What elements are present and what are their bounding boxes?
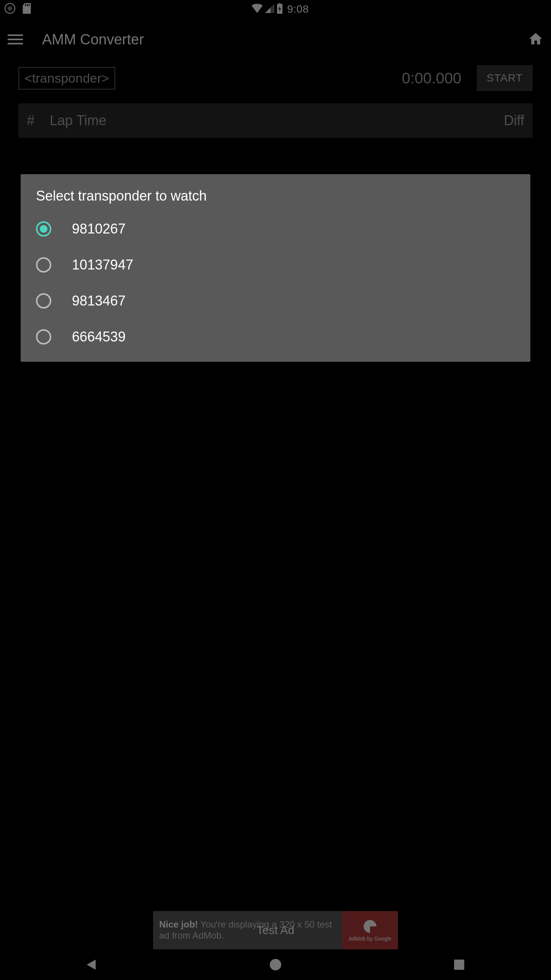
transponder-dialog: Select transponder to watch 9810267 1013…: [21, 174, 313, 362]
transponder-option-0[interactable]: 9810267: [21, 211, 313, 247]
radio-icon: [36, 293, 51, 309]
option-label: 9810267: [72, 221, 126, 237]
radio-icon: [36, 257, 51, 273]
transponder-option-2[interactable]: 9813467: [21, 283, 313, 319]
dialog-title: Select transponder to watch: [21, 188, 313, 211]
transponder-option-3[interactable]: 6664539: [21, 319, 313, 355]
radio-icon: [36, 221, 51, 237]
transponder-option-1[interactable]: 10137947: [21, 247, 313, 283]
option-label: 6664539: [72, 329, 126, 345]
option-label: 10137947: [72, 257, 133, 273]
option-label: 9813467: [72, 293, 126, 309]
radio-icon: [36, 329, 51, 345]
